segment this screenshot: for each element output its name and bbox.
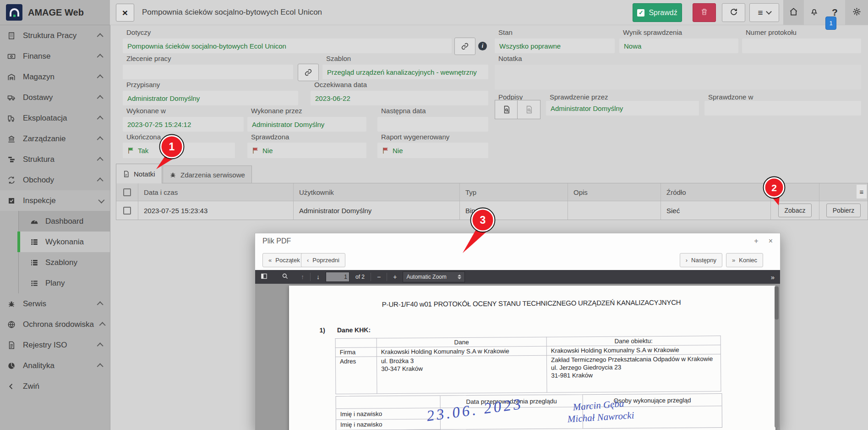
sidebar-item-analityka[interactable]: Analityka <box>0 355 110 376</box>
zoom-select-value: Automatic Zoom <box>406 274 446 280</box>
info-icon[interactable]: i <box>478 42 487 50</box>
adres-line: ul. Brożka 3 <box>381 357 542 364</box>
close-view-button[interactable]: × <box>116 4 134 22</box>
zoom-in-icon[interactable]: + <box>393 273 397 281</box>
machine-icon <box>7 114 16 123</box>
nastepna-data-label: Następna data <box>381 107 426 115</box>
page-number-input[interactable] <box>326 272 349 282</box>
scrollbar-thumb[interactable] <box>775 287 779 320</box>
checkbox-icon <box>7 196 16 205</box>
table-menu-button[interactable]: ≡ <box>857 185 867 198</box>
sidebar-item-struktura[interactable]: Struktura <box>0 149 110 170</box>
wykonane-w-field[interactable]: 2023-07-25 15:24:12 <box>123 117 244 132</box>
close-icon[interactable]: × <box>769 237 773 245</box>
sidebar-item-dostawy[interactable]: Dostawy <box>0 87 110 108</box>
cell-opis <box>568 201 661 220</box>
sidebar-item-plany[interactable]: Plany <box>19 273 110 293</box>
sprawdz-button[interactable]: ✓ Sprawdź <box>633 3 682 22</box>
zobacz-button[interactable]: Zobacz <box>778 204 812 217</box>
page-count-label: of 2 <box>355 274 365 280</box>
search-icon[interactable] <box>282 273 289 281</box>
sidebar-item-finanse[interactable]: Finanse <box>0 46 110 66</box>
col-opis[interactable]: Opis <box>568 183 661 201</box>
last-page-button[interactable]: » Koniec <box>726 253 763 267</box>
zlecenie-label: Zlecenie pracy <box>126 55 171 62</box>
chevron-up-icon <box>97 116 104 122</box>
home-button[interactable] <box>783 0 804 25</box>
raport-label: Raport wygenerowany <box>381 133 449 141</box>
pdf-scrollbar[interactable] <box>775 286 779 428</box>
tab-notatki[interactable]: Notatki <box>116 164 162 183</box>
tab-zdarzenia-serwisowe[interactable]: Zdarzenia serwisowe <box>163 165 252 183</box>
zlecenie-field[interactable] <box>123 65 293 79</box>
signature-document-button-disabled[interactable] <box>517 100 540 119</box>
numer-protokolu-field[interactable] <box>742 39 861 53</box>
notatka-field[interactable] <box>495 65 861 89</box>
sprawdzenie-przez-field[interactable]: Administrator Domyślny <box>546 101 699 116</box>
sidebar-item-label: Ochrona środowiska <box>23 320 94 329</box>
section-title: Dane KHK: <box>337 326 371 334</box>
przypisany-field[interactable]: Administrator Domyślny <box>123 91 298 105</box>
numer-protokolu-label: Numer protokołu <box>746 28 797 36</box>
zoom-out-icon[interactable]: − <box>377 273 381 281</box>
zlecenie-link-button[interactable] <box>298 64 319 81</box>
wykonane-przez-field[interactable]: Administrator Domyślny <box>247 117 366 132</box>
hamburger-icon: ≡ <box>758 8 763 18</box>
stan-field[interactable]: Wszystko poprawne <box>495 39 615 53</box>
next-page-button[interactable]: › Następny <box>680 253 722 267</box>
prev-page-label: Poprzedni <box>312 257 339 264</box>
sidebar-toggle-icon[interactable] <box>261 273 267 281</box>
more-menu-button[interactable]: ≡ <box>749 3 779 22</box>
select-all-checkbox[interactable] <box>123 188 131 196</box>
sidebar-item-szablony[interactable]: Szablony <box>19 252 110 273</box>
maximize-icon[interactable]: + <box>754 237 758 245</box>
sidebar-item-obchody[interactable]: Obchody <box>0 170 110 190</box>
sidebar-item-magazyn[interactable]: Magazyn <box>0 66 110 87</box>
toolbar-expand-icon[interactable]: » <box>771 273 775 281</box>
topbar: × Pompownia ścieków socjalno-bytowych Ec… <box>110 0 868 25</box>
col-typ[interactable]: Typ <box>460 183 568 201</box>
first-page-button[interactable]: « Początek <box>262 253 306 267</box>
app-logo[interactable]: AMAGE Web <box>0 0 110 25</box>
sidebar-item-wykonania[interactable]: Wykonania <box>19 232 110 252</box>
oczekiwana-data-field[interactable]: 2023-06-22 <box>311 91 488 105</box>
sidebar-item-rejestry-iso[interactable]: Rejestry ISO <box>0 335 110 355</box>
dotyczy-link-button[interactable] <box>454 38 475 55</box>
sprawdzenie-przez-label: Sprawdzenie przez <box>550 93 608 101</box>
zoom-select[interactable]: Automatic Zoom <box>403 271 465 282</box>
sidebar-item-dashboard[interactable]: Dashboard <box>19 211 110 232</box>
sidebar-item-zarzadzanie[interactable]: Zarządzanie <box>0 128 110 149</box>
col-zrodlo[interactable]: Źródło <box>661 183 771 201</box>
delete-button[interactable] <box>693 3 716 22</box>
sprawdzona-field: Nie <box>247 143 366 158</box>
sidebar-item-label: Struktura <box>23 155 55 164</box>
notifications-button[interactable] <box>804 0 824 25</box>
wynik-field[interactable]: Nowa <box>619 39 738 53</box>
nastepna-data-field[interactable] <box>377 117 488 132</box>
col-data-i-czas[interactable]: Data i czas <box>138 183 294 201</box>
dotyczy-field[interactable]: Pompownia ścieków socjalno-bytowych Ecol… <box>123 39 452 53</box>
row-checkbox[interactable] <box>123 207 131 215</box>
pobierz-button[interactable]: Pobierz <box>826 204 861 217</box>
sidebar-item-eksploatacja[interactable]: Eksploatacja <box>0 108 110 128</box>
adres-line: 31-981 Kraków <box>551 371 716 379</box>
table-row[interactable]: 2023-07-25 15:23:43 Administrator Domyśl… <box>116 201 868 220</box>
szablon-field[interactable]: Przegląd urządzeń kanalizacyjnych - wewn… <box>322 65 488 79</box>
sprawdzone-w-field[interactable] <box>704 101 861 116</box>
sidebar-collapse[interactable]: Zwiń <box>0 376 110 397</box>
pdf-page: P-UR-1/F40 w01 PROTOKÓŁ OCENY STANU TECH… <box>289 286 775 430</box>
next-match-icon[interactable]: ↓ <box>317 273 320 281</box>
col-uzytkownik[interactable]: Użytkownik <box>294 183 460 201</box>
tab-label: Zdarzenia serwisowe <box>180 171 245 179</box>
dt1-firma-obiekt: Krakowski Holding Komunalny S.A w Krakow… <box>546 345 721 356</box>
settings-button[interactable] <box>845 0 868 25</box>
sidebar-item-inspekcje[interactable]: Inspekcje <box>0 190 110 211</box>
signature-document-button[interactable] <box>495 100 518 119</box>
modal-nav: « Początek ‹ Poprzedni › Następny » Koni… <box>255 249 780 270</box>
previous-match-icon[interactable]: ↑ <box>301 273 304 281</box>
sidebar-item-struktura-pracy[interactable]: Struktura Pracy <box>0 25 110 46</box>
sidebar-item-ochrona-srodowiska[interactable]: Ochrona środowiska <box>0 314 110 335</box>
sidebar-item-serwis[interactable]: Serwis <box>0 293 110 314</box>
refresh-button[interactable] <box>722 3 745 22</box>
prev-page-button[interactable]: ‹ Poprzedni <box>301 253 345 267</box>
